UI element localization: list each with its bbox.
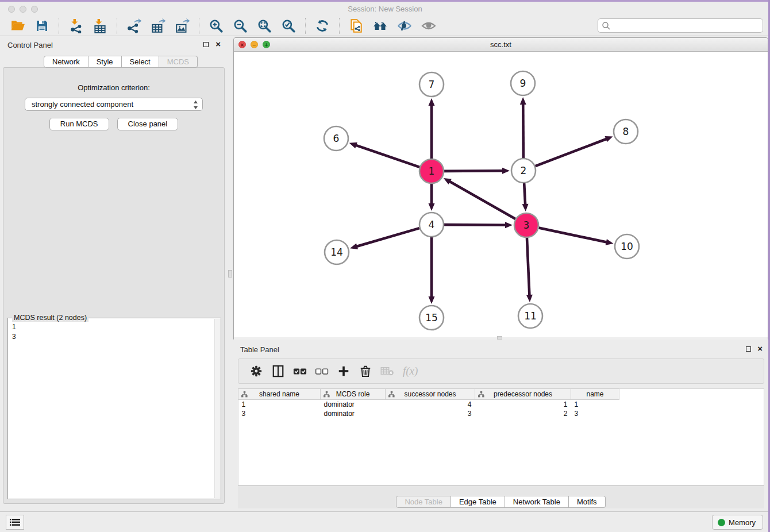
- optimization-criterion-select[interactable]: strongly connected component: [25, 98, 203, 111]
- table-cell[interactable]: 1: [475, 400, 571, 409]
- table-panel: Table Panel × f(x) shared nameMCDS roles…: [233, 342, 768, 511]
- open-session-icon[interactable]: [9, 17, 26, 34]
- float-table-panel-icon[interactable]: [746, 346, 751, 352]
- column-header[interactable]: name: [571, 389, 619, 400]
- result-line[interactable]: 1: [12, 322, 214, 332]
- close-table-panel-icon[interactable]: ×: [757, 344, 763, 353]
- mcds-panel: Optimization criterion: strongly connect…: [3, 67, 225, 504]
- graph-edge-2-3[interactable]: [524, 183, 525, 205]
- import-network-icon[interactable]: [67, 17, 84, 34]
- optimization-criterion-label: Optimization criterion:: [3, 83, 224, 92]
- table-cell[interactable]: 4: [386, 400, 475, 409]
- table-cell[interactable]: 1: [571, 400, 619, 409]
- graph-edge-3-11[interactable]: [527, 238, 529, 296]
- node-label: 3: [523, 219, 530, 231]
- tab-motifs[interactable]: Motifs: [569, 496, 606, 508]
- edge-arrowhead: [502, 168, 510, 174]
- zoom-in-icon[interactable]: [207, 17, 225, 34]
- table-row[interactable]: 1dominator411: [238, 400, 619, 409]
- home-layout-icon[interactable]: [372, 17, 389, 34]
- tab-edge-table[interactable]: Edge Table: [451, 496, 505, 508]
- table-cell[interactable]: 3: [386, 409, 475, 418]
- table-cell[interactable]: 3: [571, 409, 619, 418]
- edge-arrowhead: [522, 204, 529, 211]
- tab-select[interactable]: Select: [122, 56, 159, 68]
- toolbar-separator: [305, 18, 306, 34]
- table-cell[interactable]: 2: [475, 409, 571, 418]
- node-label: 15: [425, 312, 438, 323]
- import-table-icon[interactable]: [91, 17, 109, 34]
- table-cell[interactable]: 3: [238, 409, 321, 418]
- table-header-row[interactable]: shared nameMCDS rolesuccessor nodesprede…: [238, 389, 619, 400]
- node-label: 9: [520, 78, 526, 89]
- network-graph[interactable]: 1234678910111415: [234, 52, 768, 337]
- main-toolbar: [0, 16, 770, 36]
- tab-network-table[interactable]: Network Table: [505, 496, 569, 508]
- add-column-icon[interactable]: [334, 363, 353, 380]
- graph-edge-2-9[interactable]: [523, 103, 523, 158]
- split-view-icon[interactable]: [268, 363, 288, 380]
- column-header[interactable]: MCDS role: [321, 389, 386, 400]
- graph-edge-4-3[interactable]: [444, 225, 506, 225]
- zoom-selected-icon[interactable]: [280, 17, 297, 34]
- graph-edge-4-14[interactable]: [356, 228, 419, 246]
- memory-button[interactable]: Memory: [712, 515, 763, 530]
- tab-node-table[interactable]: Node Table: [396, 496, 451, 508]
- graph-edge-3-1[interactable]: [449, 181, 515, 219]
- task-history-button[interactable]: [6, 515, 24, 530]
- graph-edge-1-2[interactable]: [444, 171, 503, 171]
- graph-edge-1-6[interactable]: [355, 145, 419, 167]
- control-panel-title: Control Panel: [7, 41, 53, 49]
- export-table-icon[interactable]: [149, 17, 167, 34]
- graph-edge-2-8[interactable]: [536, 138, 607, 166]
- close-panel-button[interactable]: Close panel: [117, 118, 179, 130]
- hide-graphics-details-icon[interactable]: [396, 17, 413, 34]
- table-row[interactable]: 3dominator323: [238, 409, 619, 418]
- column-settings-gear-icon[interactable]: [247, 363, 266, 380]
- deselect-all-icon[interactable]: [312, 363, 332, 380]
- edge-arrowhead: [606, 239, 614, 245]
- graph-edge-3-10[interactable]: [539, 228, 607, 242]
- show-graphics-details-icon[interactable]: [420, 17, 437, 34]
- tab-mcds[interactable]: MCDS: [159, 56, 198, 68]
- horizontal-splitter-grip[interactable]: [497, 336, 502, 340]
- table-toolbar: f(x): [238, 358, 764, 384]
- search-input[interactable]: [611, 21, 763, 30]
- table-cell[interactable]: dominator: [321, 400, 386, 409]
- delete-column-icon[interactable]: [356, 363, 375, 380]
- panel-splitter-grip[interactable]: [228, 270, 232, 277]
- result-line[interactable]: 3: [12, 332, 214, 342]
- run-mcds-button[interactable]: Run MCDS: [49, 118, 109, 130]
- node-table[interactable]: shared nameMCDS rolesuccessor nodesprede…: [238, 388, 619, 418]
- export-image-icon[interactable]: [174, 17, 191, 34]
- zoom-out-icon[interactable]: [232, 17, 249, 34]
- column-header[interactable]: predecessor nodes: [475, 389, 571, 400]
- close-panel-icon[interactable]: ×: [215, 39, 221, 49]
- memory-status-icon: [718, 519, 725, 526]
- function-builder-icon: f(x): [403, 365, 418, 377]
- hierarchy-icon: [388, 391, 395, 398]
- result-scrollbar[interactable]: [214, 319, 221, 498]
- network-canvas[interactable]: 1234678910111415: [234, 52, 768, 337]
- window-title: Session: New Session: [0, 5, 770, 13]
- duplicate-network-icon[interactable]: [348, 17, 365, 34]
- mcds-result-list[interactable]: 13: [8, 319, 214, 499]
- table-cell[interactable]: dominator: [321, 409, 386, 418]
- zoom-fit-icon[interactable]: [256, 17, 273, 34]
- refresh-icon[interactable]: [314, 17, 331, 34]
- toolbar-separator: [59, 18, 59, 34]
- float-panel-icon[interactable]: [203, 42, 209, 47]
- network-window-titlebar[interactable]: × − + scc.txt: [234, 38, 768, 52]
- select-all-icon[interactable]: [290, 363, 310, 380]
- search-box[interactable]: [598, 18, 763, 33]
- memory-label: Memory: [729, 518, 756, 527]
- column-header[interactable]: successor nodes: [386, 389, 475, 400]
- tab-network[interactable]: Network: [44, 56, 88, 68]
- control-panel-header: Control Panel ×: [0, 37, 228, 53]
- edge-arrowhead: [429, 203, 435, 211]
- export-network-icon[interactable]: [125, 17, 143, 34]
- column-header[interactable]: shared name: [238, 389, 321, 400]
- tab-style[interactable]: Style: [88, 56, 122, 68]
- table-cell[interactable]: 1: [238, 400, 321, 409]
- save-session-icon[interactable]: [33, 17, 51, 34]
